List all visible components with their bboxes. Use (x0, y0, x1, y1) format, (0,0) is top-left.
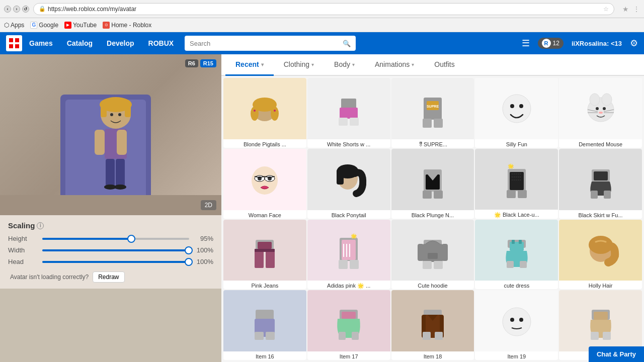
item-19[interactable]: Item 19 (475, 290, 558, 360)
item-holly-hair[interactable]: Holly Hair (559, 220, 642, 290)
item-cute-hoodie[interactable]: Cute hoodie (391, 220, 474, 290)
svg-rect-71 (591, 191, 598, 199)
info-icon[interactable]: i (37, 222, 44, 229)
nav-catalog[interactable]: Catalog (60, 32, 100, 54)
item-black-skirt[interactable]: Black Skirt w Fu... (559, 149, 642, 219)
r6-badge[interactable]: R6 (185, 59, 198, 67)
back-button[interactable]: ‹ (4, 6, 11, 13)
r15-badge[interactable]: R15 (200, 59, 216, 67)
url-bar[interactable]: 🔒 https://web.roblox.com/my/avatar ☆ (33, 3, 614, 15)
item-black-ponytail[interactable]: Black Ponytail (307, 149, 390, 219)
head-thumb[interactable] (185, 258, 193, 266)
svg-rect-3 (9, 44, 13, 48)
svg-rect-35 (434, 119, 443, 128)
item-silly-fun[interactable]: Silly Fun (475, 78, 558, 148)
item-name-16: Item 16 (223, 351, 306, 360)
width-thumb[interactable] (185, 246, 193, 254)
item-name-cute-dress: cute dress (475, 281, 558, 289)
chat-party-button[interactable]: Chat & Party (589, 346, 644, 362)
height-track (42, 238, 189, 240)
item-17[interactable]: Item 17 (307, 290, 390, 360)
item-black-lace[interactable]: 🌟 🌟 Black Lace-u... (475, 149, 558, 219)
search-icon[interactable]: 🔍 (343, 40, 351, 47)
item-name-blonde-pigtails: Blonde Pigtails ... (223, 139, 306, 148)
item-blonde-pigtails[interactable]: Blonde Pigtails ... (223, 78, 306, 148)
svg-rect-112 (423, 332, 431, 340)
head-fill (42, 261, 189, 263)
item-img-white-shorts (307, 78, 390, 139)
forward-button[interactable]: › (13, 6, 20, 13)
category-tabs: Recent ▾ Clothing ▾ Body ▾ Animations ▾ … (221, 54, 644, 76)
settings-icon[interactable]: ⚙ (630, 38, 638, 49)
item-img-17 (307, 290, 390, 351)
svg-rect-103 (255, 332, 264, 340)
home-roblox-label: Home - Roblox (111, 22, 151, 29)
star-icon[interactable]: ☆ (603, 6, 609, 13)
tab-animations[interactable]: Animations ▾ (365, 54, 424, 76)
item-img-blonde-pigtails (223, 78, 306, 139)
item-16[interactable]: Item 16 (223, 290, 306, 360)
item-img-pink-jeans (223, 220, 306, 281)
item-adidas-pink[interactable]: 🌟 Adidas pink 🌟 ... (307, 220, 390, 290)
version-badges: R6 R15 (185, 59, 216, 67)
redraw-button[interactable]: Redraw (93, 272, 124, 283)
clothing-dropdown-icon: ▾ (311, 62, 314, 67)
notification-icon[interactable]: ☰ (522, 38, 530, 49)
bookmark-apps[interactable]: ⬡ Apps (4, 22, 24, 29)
svg-rect-4 (15, 44, 19, 48)
item-pink-jeans[interactable]: Pink Jeans (223, 220, 306, 290)
height-label: Height (8, 235, 38, 242)
refresh-button[interactable]: ↺ (22, 6, 29, 13)
svg-rect-92 (434, 261, 443, 269)
menu-icon[interactable]: ⋮ (633, 5, 640, 13)
robux-badge[interactable]: R 12 (538, 38, 564, 49)
item-img-supre: SUPRE (391, 78, 474, 139)
width-slider-row: Width 100% (8, 246, 213, 254)
item-cute-dress[interactable]: cute dress (475, 220, 558, 290)
item-img-silly-fun (475, 78, 558, 139)
nav-robux[interactable]: ROBUX (141, 32, 181, 54)
svg-point-20 (114, 185, 126, 190)
svg-rect-11 (125, 102, 131, 117)
svg-rect-27 (341, 99, 356, 109)
item-18[interactable]: Item 18 (391, 290, 474, 360)
tab-outfits[interactable]: Outfits (424, 54, 464, 76)
tab-recent[interactable]: Recent ▾ (225, 54, 274, 76)
recent-dropdown-icon: ▾ (261, 62, 264, 67)
view-2d-button[interactable]: 2D (201, 200, 216, 210)
nav-games[interactable]: Games (22, 32, 60, 54)
item-black-plunge[interactable]: Black Plunge N... (391, 149, 474, 219)
svg-text:🌟: 🌟 (351, 233, 357, 239)
bookmark-icon[interactable]: ★ (622, 5, 629, 13)
item-woman-face[interactable]: Woman Face (223, 149, 306, 219)
search-bar[interactable]: 🔍 (185, 36, 356, 51)
item-white-shorts[interactable]: White Shorts w ... (307, 78, 390, 148)
head-slider-row: Head 100% (8, 258, 213, 265)
item-supre[interactable]: SUPRE 🎖SUPRE... (391, 78, 474, 148)
height-slider-row: Height 95% (8, 235, 213, 242)
svg-rect-108 (352, 332, 359, 340)
apps-label: Apps (11, 22, 24, 29)
item-name-adidas-pink: Adidas pink 🌟 ... (307, 281, 390, 290)
nav-develop[interactable]: Develop (100, 32, 141, 54)
svg-rect-10 (101, 102, 107, 117)
tab-clothing[interactable]: Clothing ▾ (274, 54, 324, 76)
item-demented-mouse[interactable]: Demented Mouse (559, 78, 642, 148)
item-name-17: Item 17 (307, 351, 390, 360)
item-img-18 (391, 290, 474, 351)
browser-actions: ★ ⋮ (622, 5, 640, 13)
roblox-logo[interactable] (6, 35, 22, 51)
url-text: https://web.roblox.com/my/avatar (48, 6, 136, 13)
item-img-woman-face (223, 149, 306, 210)
search-input[interactable] (190, 40, 343, 47)
svg-rect-89 (418, 244, 424, 261)
roblox-navbar: Games Catalog Develop ROBUX 🔍 ☰ R 12 iiX… (0, 32, 644, 54)
height-thumb[interactable] (127, 235, 135, 243)
head-track (42, 261, 189, 263)
home-roblox-icon: ⊙ (103, 22, 110, 29)
tab-body[interactable]: Body ▾ (324, 54, 365, 76)
svg-rect-62 (510, 172, 524, 190)
bookmark-youtube[interactable]: ▶ YouTube (64, 22, 97, 29)
bookmark-google[interactable]: G Google (30, 22, 58, 29)
bookmark-home-roblox[interactable]: ⊙ Home - Roblox (103, 22, 151, 29)
